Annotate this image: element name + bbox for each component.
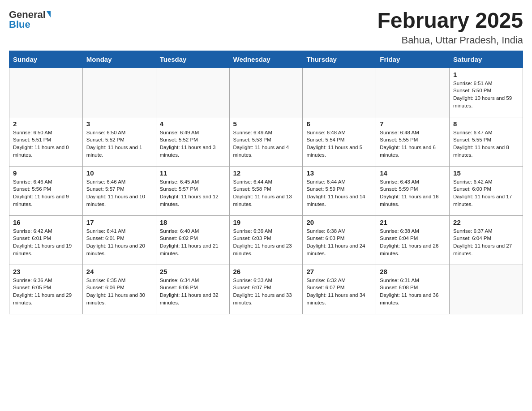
- calendar-cell: 12Sunrise: 6:44 AMSunset: 5:58 PMDayligh…: [229, 166, 303, 215]
- day-number: 26: [233, 268, 299, 275]
- day-info: Sunrise: 6:43 AMSunset: 5:59 PMDaylight:…: [380, 178, 446, 208]
- col-header-friday: Friday: [376, 51, 450, 68]
- day-number: 1: [453, 71, 519, 78]
- logo-triangle-icon: [47, 11, 51, 17]
- day-info: Sunrise: 6:45 AMSunset: 5:57 PMDaylight:…: [160, 178, 226, 208]
- day-info: Sunrise: 6:35 AMSunset: 6:06 PMDaylight:…: [86, 277, 152, 307]
- day-number: 16: [13, 218, 79, 226]
- col-header-monday: Monday: [82, 51, 156, 68]
- day-number: 22: [453, 218, 519, 226]
- day-info: Sunrise: 6:41 AMSunset: 6:01 PMDaylight:…: [86, 227, 152, 257]
- day-number: 3: [86, 120, 152, 128]
- calendar-week-row: 2Sunrise: 6:50 AMSunset: 5:51 PMDaylight…: [9, 117, 523, 166]
- day-info: Sunrise: 6:46 AMSunset: 5:56 PMDaylight:…: [13, 178, 79, 208]
- col-header-tuesday: Tuesday: [156, 51, 229, 68]
- calendar-cell: 23Sunrise: 6:36 AMSunset: 6:05 PMDayligh…: [9, 265, 83, 314]
- day-number: 28: [380, 268, 446, 275]
- calendar-week-row: 23Sunrise: 6:36 AMSunset: 6:05 PMDayligh…: [9, 265, 523, 314]
- day-info: Sunrise: 6:31 AMSunset: 6:08 PMDaylight:…: [380, 277, 446, 307]
- day-info: Sunrise: 6:37 AMSunset: 6:04 PMDaylight:…: [453, 227, 519, 257]
- calendar-week-row: 1Sunrise: 6:51 AMSunset: 5:50 PMDaylight…: [9, 68, 523, 117]
- calendar-cell: [303, 68, 376, 117]
- calendar-cell: 6Sunrise: 6:48 AMSunset: 5:54 PMDaylight…: [303, 117, 376, 166]
- day-info: Sunrise: 6:34 AMSunset: 6:06 PMDaylight:…: [160, 277, 226, 307]
- day-info: Sunrise: 6:50 AMSunset: 5:52 PMDaylight:…: [86, 129, 152, 159]
- calendar-cell: 15Sunrise: 6:42 AMSunset: 6:00 PMDayligh…: [450, 166, 523, 215]
- calendar-cell: 20Sunrise: 6:38 AMSunset: 6:03 PMDayligh…: [303, 215, 376, 265]
- calendar-cell: 13Sunrise: 6:44 AMSunset: 5:59 PMDayligh…: [303, 166, 376, 215]
- col-header-saturday: Saturday: [450, 51, 523, 68]
- day-info: Sunrise: 6:46 AMSunset: 5:57 PMDaylight:…: [86, 178, 152, 208]
- day-number: 4: [160, 120, 226, 128]
- calendar-cell: 17Sunrise: 6:41 AMSunset: 6:01 PMDayligh…: [82, 215, 156, 265]
- logo: General Blue: [9, 9, 51, 30]
- day-info: Sunrise: 6:49 AMSunset: 5:53 PMDaylight:…: [233, 129, 299, 159]
- col-header-sunday: Sunday: [9, 51, 83, 68]
- calendar-cell: 8Sunrise: 6:47 AMSunset: 5:55 PMDaylight…: [450, 117, 523, 166]
- calendar-subtitle: Bahua, Uttar Pradesh, India: [377, 34, 523, 46]
- day-info: Sunrise: 6:42 AMSunset: 6:01 PMDaylight:…: [13, 227, 79, 257]
- day-number: 2: [13, 120, 79, 128]
- day-number: 7: [380, 120, 446, 128]
- day-number: 8: [453, 120, 519, 128]
- day-number: 21: [380, 218, 446, 226]
- col-header-wednesday: Wednesday: [229, 51, 303, 68]
- calendar-cell: 16Sunrise: 6:42 AMSunset: 6:01 PMDayligh…: [9, 215, 83, 265]
- logo-blue-text: Blue: [9, 19, 30, 30]
- calendar-cell: 27Sunrise: 6:32 AMSunset: 6:07 PMDayligh…: [303, 265, 376, 314]
- title-block: February 2025 Bahua, Uttar Pradesh, Indi…: [377, 9, 523, 46]
- col-header-thursday: Thursday: [303, 51, 376, 68]
- day-number: 15: [453, 169, 519, 177]
- calendar-cell: 21Sunrise: 6:38 AMSunset: 6:04 PMDayligh…: [376, 215, 450, 265]
- calendar-cell: 28Sunrise: 6:31 AMSunset: 6:08 PMDayligh…: [376, 265, 450, 314]
- day-number: 11: [160, 169, 226, 177]
- day-number: 17: [86, 218, 152, 226]
- calendar-title: February 2025: [377, 9, 523, 33]
- calendar-cell: 2Sunrise: 6:50 AMSunset: 5:51 PMDaylight…: [9, 117, 83, 166]
- day-info: Sunrise: 6:38 AMSunset: 6:04 PMDaylight:…: [380, 227, 446, 257]
- calendar-cell: [9, 68, 83, 117]
- day-info: Sunrise: 6:36 AMSunset: 6:05 PMDaylight:…: [13, 277, 79, 307]
- calendar-cell: 5Sunrise: 6:49 AMSunset: 5:53 PMDaylight…: [229, 117, 303, 166]
- day-info: Sunrise: 6:40 AMSunset: 6:02 PMDaylight:…: [160, 227, 226, 257]
- day-number: 9: [13, 169, 79, 177]
- calendar-cell: 22Sunrise: 6:37 AMSunset: 6:04 PMDayligh…: [450, 215, 523, 265]
- day-info: Sunrise: 6:38 AMSunset: 6:03 PMDaylight:…: [306, 227, 372, 257]
- calendar-cell: 19Sunrise: 6:39 AMSunset: 6:03 PMDayligh…: [229, 215, 303, 265]
- calendar-cell: 3Sunrise: 6:50 AMSunset: 5:52 PMDaylight…: [82, 117, 156, 166]
- day-info: Sunrise: 6:49 AMSunset: 5:52 PMDaylight:…: [160, 129, 226, 159]
- day-number: 5: [233, 120, 299, 128]
- calendar-week-row: 16Sunrise: 6:42 AMSunset: 6:01 PMDayligh…: [9, 215, 523, 265]
- day-info: Sunrise: 6:50 AMSunset: 5:51 PMDaylight:…: [13, 129, 79, 159]
- calendar-week-row: 9Sunrise: 6:46 AMSunset: 5:56 PMDaylight…: [9, 166, 523, 215]
- day-info: Sunrise: 6:51 AMSunset: 5:50 PMDaylight:…: [453, 80, 519, 110]
- day-info: Sunrise: 6:48 AMSunset: 5:54 PMDaylight:…: [306, 129, 372, 159]
- calendar-cell: 26Sunrise: 6:33 AMSunset: 6:07 PMDayligh…: [229, 265, 303, 314]
- calendar-cell: 24Sunrise: 6:35 AMSunset: 6:06 PMDayligh…: [82, 265, 156, 314]
- day-number: 27: [306, 268, 372, 275]
- day-info: Sunrise: 6:44 AMSunset: 5:59 PMDaylight:…: [306, 178, 372, 208]
- day-info: Sunrise: 6:39 AMSunset: 6:03 PMDaylight:…: [233, 227, 299, 257]
- day-number: 24: [86, 268, 152, 275]
- day-number: 19: [233, 218, 299, 226]
- day-number: 14: [380, 169, 446, 177]
- day-number: 25: [160, 268, 226, 275]
- day-number: 13: [306, 169, 372, 177]
- day-info: Sunrise: 6:42 AMSunset: 6:00 PMDaylight:…: [453, 178, 519, 208]
- calendar-table: Sunday Monday Tuesday Wednesday Thursday…: [9, 51, 523, 314]
- page-header: General Blue February 2025 Bahua, Uttar …: [9, 9, 523, 46]
- day-number: 10: [86, 169, 152, 177]
- day-number: 18: [160, 218, 226, 226]
- calendar-cell: 10Sunrise: 6:46 AMSunset: 5:57 PMDayligh…: [82, 166, 156, 215]
- day-info: Sunrise: 6:44 AMSunset: 5:58 PMDaylight:…: [233, 178, 299, 208]
- day-info: Sunrise: 6:48 AMSunset: 5:55 PMDaylight:…: [380, 129, 446, 159]
- day-info: Sunrise: 6:47 AMSunset: 5:55 PMDaylight:…: [453, 129, 519, 159]
- day-info: Sunrise: 6:32 AMSunset: 6:07 PMDaylight:…: [306, 277, 372, 307]
- calendar-cell: 14Sunrise: 6:43 AMSunset: 5:59 PMDayligh…: [376, 166, 450, 215]
- day-info: Sunrise: 6:33 AMSunset: 6:07 PMDaylight:…: [233, 277, 299, 307]
- calendar-cell: [156, 68, 229, 117]
- calendar-cell: 9Sunrise: 6:46 AMSunset: 5:56 PMDaylight…: [9, 166, 83, 215]
- day-number: 6: [306, 120, 372, 128]
- day-number: 20: [306, 218, 372, 226]
- calendar-cell: 25Sunrise: 6:34 AMSunset: 6:06 PMDayligh…: [156, 265, 229, 314]
